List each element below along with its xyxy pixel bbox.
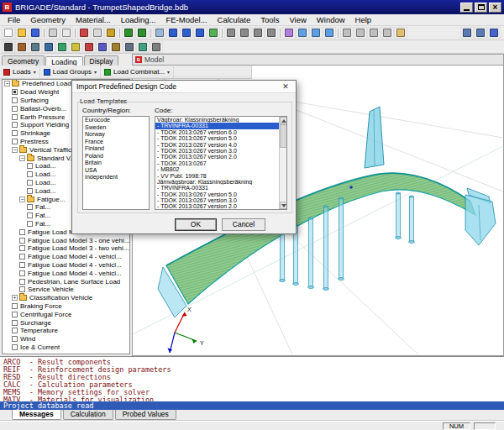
tree-item[interactable]: Ice & Current bbox=[3, 343, 129, 352]
undo-button[interactable] bbox=[122, 27, 135, 39]
code-option[interactable]: - TDOK 2013:0267 bbox=[155, 160, 286, 166]
print-button[interactable] bbox=[46, 27, 60, 39]
country-option-finland[interactable]: Finland bbox=[83, 145, 149, 153]
tree-expander-icon[interactable]: − bbox=[19, 197, 25, 202]
close-button[interactable]: × bbox=[489, 3, 501, 13]
load-checkbox[interactable] bbox=[12, 130, 18, 136]
wireframe-button[interactable] bbox=[42, 41, 55, 53]
bottom-tab-probed-values[interactable]: Probed Values bbox=[115, 410, 176, 420]
new-button[interactable] bbox=[2, 27, 15, 39]
probe-button[interactable] bbox=[15, 41, 29, 53]
country-option-norway[interactable]: Norway bbox=[83, 131, 149, 139]
bottom-tab-calculation[interactable]: Calculation bbox=[63, 410, 113, 420]
load-checkbox[interactable] bbox=[19, 270, 25, 276]
menu-material[interactable]: Material... bbox=[71, 15, 116, 24]
load-checkbox[interactable] bbox=[19, 286, 25, 292]
load-checkbox[interactable] bbox=[12, 106, 18, 112]
message-log[interactable]: ARCO - Result componentsREIF - Reinforce… bbox=[0, 356, 504, 410]
point-button[interactable] bbox=[166, 27, 180, 39]
settings-button[interactable] bbox=[150, 41, 163, 53]
code-option[interactable]: Vägbroar: Klassningsberäkning bbox=[155, 117, 286, 123]
menu-file[interactable]: File bbox=[3, 15, 25, 24]
cut-button[interactable] bbox=[77, 27, 91, 39]
grid-button[interactable] bbox=[153, 27, 166, 39]
menu-calculate[interactable]: Calculate bbox=[213, 15, 256, 24]
rotate-button[interactable] bbox=[238, 27, 251, 39]
load-checkbox[interactable] bbox=[12, 97, 18, 103]
load-checkbox[interactable] bbox=[12, 139, 18, 144]
menu-fe-model[interactable]: FE-Model... bbox=[160, 15, 212, 24]
tile-windows-button[interactable] bbox=[474, 27, 487, 39]
load-checkbox[interactable] bbox=[19, 245, 25, 251]
scroll-down-button[interactable] bbox=[280, 202, 287, 209]
load-checkbox[interactable] bbox=[12, 122, 18, 128]
zoom-window-button[interactable] bbox=[367, 27, 381, 39]
menu-help[interactable]: Help bbox=[350, 15, 377, 24]
load-checkbox[interactable] bbox=[12, 303, 18, 309]
code-option[interactable]: - TDOK 2013:0267 version 4.0 bbox=[155, 142, 286, 148]
menu-view[interactable]: View bbox=[284, 15, 311, 24]
load-checkbox[interactable] bbox=[27, 171, 33, 177]
country-listbox[interactable]: EurocodeSwedenNorwayFranceFinlandPolandB… bbox=[82, 116, 150, 210]
save-button[interactable] bbox=[29, 27, 42, 39]
load-checkbox[interactable] bbox=[19, 279, 25, 285]
loads-dropdown[interactable]: Loads▾ bbox=[0, 66, 40, 78]
view-iso-button[interactable] bbox=[296, 27, 309, 39]
shaded-render-button[interactable] bbox=[55, 41, 69, 53]
curve-button[interactable] bbox=[193, 27, 207, 39]
load-checkbox[interactable] bbox=[12, 114, 18, 120]
country-option-independent[interactable]: Independent bbox=[83, 174, 149, 181]
code-option[interactable]: - TDOK 2013:0267 version 5.0 bbox=[155, 191, 286, 197]
tree-item[interactable]: Braking Force bbox=[3, 302, 129, 311]
code-option[interactable]: - MB802 bbox=[155, 166, 286, 172]
country-option-usa[interactable]: USA bbox=[83, 167, 149, 175]
tree-expander-icon[interactable]: + bbox=[12, 295, 18, 301]
cancel-button[interactable]: Cancel bbox=[222, 218, 265, 231]
load-checkbox[interactable] bbox=[12, 336, 18, 342]
code-option[interactable]: - TDOK 2013:0267 version 5.0 bbox=[155, 135, 286, 141]
tree-item[interactable]: Temperature bbox=[3, 327, 129, 335]
country-option-sweden[interactable]: Sweden bbox=[83, 124, 149, 132]
surface-button[interactable] bbox=[207, 27, 220, 39]
code-option[interactable]: - VV Publ. 1998:78 bbox=[155, 173, 286, 179]
tree-item[interactable]: +Classification Vehicle bbox=[3, 294, 129, 302]
code-option[interactable]: - TRVINFRA-00331 bbox=[155, 123, 286, 128]
open-button[interactable] bbox=[15, 27, 29, 39]
load-checkbox[interactable] bbox=[19, 238, 25, 244]
select-button[interactable] bbox=[2, 41, 15, 53]
refresh-button[interactable] bbox=[136, 41, 150, 53]
tree-expander-icon[interactable]: − bbox=[12, 147, 18, 153]
menu-loading[interactable]: Loading... bbox=[116, 15, 161, 24]
code-list-scrollbar[interactable] bbox=[279, 117, 286, 209]
view-front-button[interactable] bbox=[323, 27, 336, 39]
country-option-britain[interactable]: Britain bbox=[83, 160, 149, 167]
tree-item[interactable]: Fatigue Load Model 4 - vehicl... bbox=[3, 253, 129, 261]
display-options-button[interactable] bbox=[29, 41, 42, 53]
zoom-out-button[interactable] bbox=[354, 27, 367, 39]
load-checkbox[interactable] bbox=[27, 212, 33, 218]
load-checkbox[interactable] bbox=[19, 229, 25, 235]
bottom-tab-messages[interactable]: Messages bbox=[12, 410, 61, 420]
load-checkbox[interactable] bbox=[27, 163, 33, 169]
model-window-titlebar[interactable]: B Model bbox=[132, 54, 504, 66]
ok-button[interactable]: OK bbox=[175, 218, 217, 231]
paste-button[interactable] bbox=[104, 27, 118, 39]
move-button[interactable] bbox=[224, 27, 238, 39]
load-checkbox[interactable] bbox=[12, 320, 18, 326]
menu-window[interactable]: Window bbox=[312, 15, 350, 24]
scroll-up-button[interactable] bbox=[280, 117, 287, 124]
country-option-eurocode[interactable]: Eurocode bbox=[83, 117, 149, 124]
code-option[interactable]: - TDOK 2013:0267 version 2.0 bbox=[155, 154, 286, 160]
mirror-button[interactable] bbox=[251, 27, 265, 39]
minimize-button[interactable] bbox=[460, 3, 473, 13]
load-checkbox[interactable] bbox=[12, 328, 18, 333]
lights-button[interactable] bbox=[69, 41, 82, 53]
menu-tools[interactable]: Tools bbox=[255, 15, 284, 24]
tree-item[interactable]: Fatigue Load Model 4 - vehicl... bbox=[3, 261, 129, 270]
country-option-france[interactable]: France bbox=[83, 139, 149, 146]
tree-item[interactable]: Fatigue Load Model 3 - one vehi... bbox=[3, 236, 129, 244]
load-checkbox[interactable] bbox=[12, 344, 18, 350]
code-listbox[interactable]: Vägbroar: Klassningsberäkning- TRVINFRA-… bbox=[155, 116, 287, 210]
pan-button[interactable] bbox=[394, 27, 407, 39]
tree-item[interactable]: Fatigue Load Model 4 - vehicl... bbox=[3, 269, 129, 277]
